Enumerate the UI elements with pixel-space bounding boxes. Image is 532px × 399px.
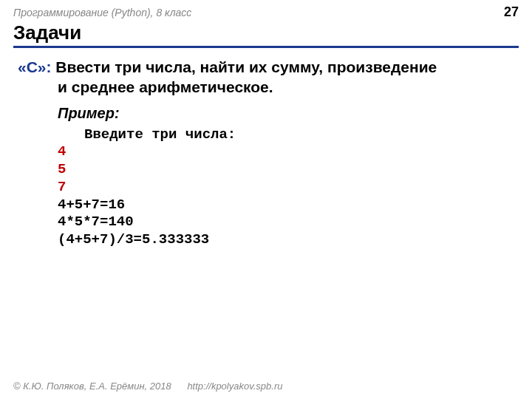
task-line-1: «C»: Ввести три числа, найти их сумму, п… <box>18 57 514 77</box>
task-text-1: Ввести три числа, найти их сумму, произв… <box>52 58 437 75</box>
slide-header: Программирование (Python), 8 класс 27 <box>0 0 532 21</box>
title-bar: Задачи <box>13 21 519 48</box>
page-number: 27 <box>504 4 519 20</box>
copyright: © К.Ю. Поляков, Е.А. Ерёмин, 2018 <box>13 381 171 392</box>
code-prompt: Введите три числа: <box>84 126 514 144</box>
slide-footer: © К.Ю. Поляков, Е.А. Ерёмин, 2018 http:/… <box>13 381 282 392</box>
task-line-2: и среднее арифметическое. <box>58 77 514 97</box>
code-input: 4 <box>58 143 514 161</box>
example-label: Пример: <box>58 105 514 122</box>
content-area: «C»: Ввести три числа, найти их сумму, п… <box>0 51 532 249</box>
code-output: (4+5+7)/3=5.333333 <box>58 231 514 249</box>
course-title: Программирование (Python), 8 класс <box>13 7 191 18</box>
page-title: Задачи <box>13 21 519 44</box>
code-output: 4*5*7=140 <box>58 214 514 231</box>
footer-url: http://kpolyakov.spb.ru <box>187 381 282 392</box>
task-level: «C»: <box>18 58 52 75</box>
code-output: 4+5+7=16 <box>58 197 514 214</box>
code-input: 5 <box>58 161 514 179</box>
code-input: 7 <box>58 179 514 197</box>
code-block: Введите три числа: 4 5 7 4+5+7=16 4*5*7=… <box>58 126 514 249</box>
